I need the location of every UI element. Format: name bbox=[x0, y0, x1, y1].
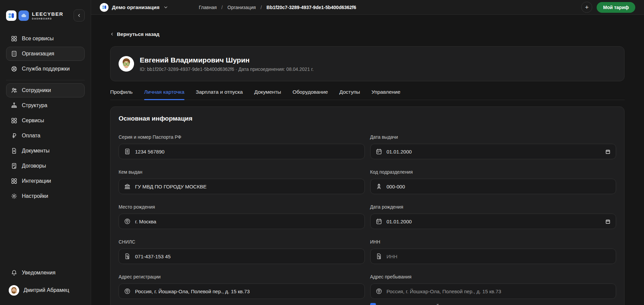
sidebar-item-label: Настройки bbox=[22, 193, 48, 199]
back-button[interactable]: Вернуться назад bbox=[110, 31, 159, 37]
breadcrumb: Главная / Организация / Bb1f20c7-3289-49… bbox=[199, 5, 356, 10]
grid-icon bbox=[11, 117, 17, 124]
brand-squares-icon bbox=[6, 10, 16, 21]
lifebuoy-icon bbox=[11, 66, 17, 72]
sidebar-item-label: Организация bbox=[22, 51, 54, 57]
add-button[interactable]: + bbox=[581, 2, 592, 13]
sidebar-divider bbox=[6, 80, 85, 80]
document-number-icon bbox=[124, 253, 131, 260]
tab-equipment[interactable]: Оборудование bbox=[293, 89, 328, 100]
logo: LEECYBER DASHBOARD bbox=[6, 9, 85, 21]
tab-access[interactable]: Доступы bbox=[339, 89, 360, 100]
passport-icon bbox=[124, 148, 131, 155]
same-as-registration-checkbox[interactable]: совпадает с регистрацией bbox=[370, 303, 616, 305]
issued-by-field: Кем выдан ГУ МВД ПО ГОРОДУ МОСКВЕ bbox=[119, 169, 365, 194]
notifications-button[interactable]: Уведомления bbox=[6, 266, 85, 280]
officer-icon bbox=[376, 183, 382, 190]
sidebar: LEECYBER DASHBOARD Все сервисы Организац… bbox=[0, 0, 91, 305]
issue-date-field: Дата выдачи 01.01.2000 bbox=[370, 134, 616, 159]
employee-name: Евгений Владимирович Шурин bbox=[140, 56, 314, 64]
tab-profile[interactable]: Профиль bbox=[110, 89, 133, 100]
sidebar-item-payment[interactable]: Оплата bbox=[6, 129, 85, 143]
inn-input[interactable]: ИНН bbox=[370, 249, 616, 264]
sidebar-item-documents[interactable]: Документы bbox=[6, 144, 85, 158]
tab-management[interactable]: Управление bbox=[372, 89, 400, 100]
sidebar-collapse-button[interactable] bbox=[74, 9, 85, 21]
org-logo-icon bbox=[100, 3, 109, 12]
profile-card: Евгений Владимирович Шурин ID: bb1f20c7-… bbox=[110, 46, 625, 81]
breadcrumb-separator: / bbox=[221, 5, 223, 10]
breadcrumb-organization[interactable]: Организация bbox=[227, 5, 256, 10]
issued-by-input[interactable]: ГУ МВД ПО ГОРОДУ МОСКВЕ bbox=[119, 179, 365, 194]
grid-icon bbox=[11, 178, 17, 184]
tab-personal-card[interactable]: Личная карточка bbox=[144, 89, 184, 100]
building-icon bbox=[11, 50, 17, 57]
org-name: Демо организация bbox=[112, 4, 160, 10]
sidebar-item-label: Все сервисы bbox=[22, 36, 54, 42]
sidebar-item-label: Оплата bbox=[22, 133, 40, 139]
cloud-icon bbox=[18, 10, 29, 21]
user-avatar bbox=[9, 285, 19, 296]
residence-address-field: Адрес пребывания Россия, г. Йошкар-Ола, … bbox=[370, 274, 616, 305]
birthplace-input[interactable]: г. Москва bbox=[119, 214, 365, 229]
map-pin-icon bbox=[124, 288, 131, 295]
sidebar-item-settings[interactable]: Настройки bbox=[6, 189, 85, 203]
date-picker-icon[interactable] bbox=[605, 219, 611, 224]
tabs: Профиль Личная карточка Зарплата и отпус… bbox=[110, 89, 625, 100]
checkbox-label: совпадает с регистрацией bbox=[380, 303, 439, 305]
sidebar-nav: Все сервисы Организация Служба поддержки… bbox=[6, 32, 85, 204]
my-tariff-button[interactable]: Мой тариф bbox=[597, 2, 635, 13]
document-download-icon bbox=[11, 147, 17, 154]
division-code-field: Код подразделения 000-000 bbox=[370, 169, 616, 194]
birthplace-field: Место рождения г. Москва bbox=[119, 204, 365, 229]
sidebar-item-label: Интеграции bbox=[22, 178, 51, 184]
employee-avatar bbox=[119, 56, 134, 72]
bank-icon bbox=[124, 183, 131, 190]
sidebar-item-label: Сотрудники bbox=[22, 87, 51, 93]
chevron-left-icon bbox=[110, 32, 114, 36]
gear-icon bbox=[11, 193, 17, 200]
sidebar-item-employees[interactable]: Сотрудники bbox=[6, 83, 85, 97]
division-code-input[interactable]: 000-000 bbox=[370, 179, 616, 194]
calendar-icon bbox=[376, 148, 382, 155]
content: Вернуться назад Евгений Владимирович Шур… bbox=[91, 15, 644, 305]
sidebar-item-structure[interactable]: Структура bbox=[6, 98, 85, 113]
sidebar-item-label: Документы bbox=[22, 148, 49, 154]
sidebar-item-organization[interactable]: Организация bbox=[6, 47, 85, 61]
chevron-down-icon bbox=[164, 5, 168, 9]
employee-meta: ID: bb1f20c7-3289-4937-9de1-5b400d6362f6… bbox=[140, 67, 314, 72]
sidebar-item-integrations[interactable]: Интеграции bbox=[6, 174, 85, 188]
topbar: Демо организация Главная / Организация /… bbox=[91, 0, 644, 15]
inn-field: ИНН ИНН bbox=[370, 239, 616, 264]
sidebar-item-label: Структура bbox=[22, 102, 47, 108]
registration-address-field: Адрес регистрации Россия, г. Йошкар-Ола,… bbox=[119, 274, 365, 305]
section-title: Основная информация bbox=[119, 115, 616, 122]
date-picker-icon[interactable] bbox=[605, 149, 611, 155]
breadcrumb-current: Bb1f20c7-3289-4937-9de1-5b400d6362f6 bbox=[266, 5, 356, 10]
birthdate-input[interactable]: 01.01.2000 bbox=[370, 214, 616, 229]
map-pin-icon bbox=[124, 218, 131, 225]
bell-icon bbox=[11, 269, 17, 276]
passport-input[interactable]: 1234 567890 bbox=[119, 144, 365, 159]
sidebar-item-label: Служба поддержки bbox=[22, 66, 70, 72]
sidebar-item-services[interactable]: Сервисы bbox=[6, 114, 85, 128]
snils-input[interactable]: 071-437-153 45 bbox=[119, 249, 365, 264]
registration-address-input[interactable]: Россия, г. Йошкар-Ола, Полевой пер., д. … bbox=[119, 284, 365, 299]
sidebar-item-support[interactable]: Служба поддержки bbox=[6, 62, 85, 76]
ruble-icon bbox=[11, 132, 17, 139]
issue-date-input[interactable]: 01.01.2000 bbox=[370, 144, 616, 159]
org-chart-icon bbox=[11, 102, 17, 109]
tab-documents[interactable]: Документы bbox=[254, 89, 281, 100]
sidebar-item-contracts[interactable]: Договоры bbox=[6, 159, 85, 173]
tab-salary-vacations[interactable]: Зарплата и отпуска bbox=[196, 89, 243, 100]
notifications-label: Уведомления bbox=[22, 270, 55, 276]
org-switcher[interactable]: Демо организация bbox=[100, 3, 168, 12]
sidebar-item-all-services[interactable]: Все сервисы bbox=[6, 32, 85, 46]
back-label: Вернуться назад bbox=[117, 31, 159, 37]
residence-address-input[interactable]: Россия, г. Йошкар-Ола, Полевой пер., д. … bbox=[370, 284, 616, 299]
checkbox-checked-icon bbox=[370, 303, 376, 305]
form-grid: Серия и номер Паспорта РФ 1234 567890 Да… bbox=[119, 134, 616, 305]
sidebar-footer: Уведомления Дмитрий Абрамец bbox=[6, 266, 85, 298]
breadcrumb-home[interactable]: Главная bbox=[199, 5, 217, 10]
user-menu[interactable]: Дмитрий Абрамец bbox=[6, 282, 85, 298]
